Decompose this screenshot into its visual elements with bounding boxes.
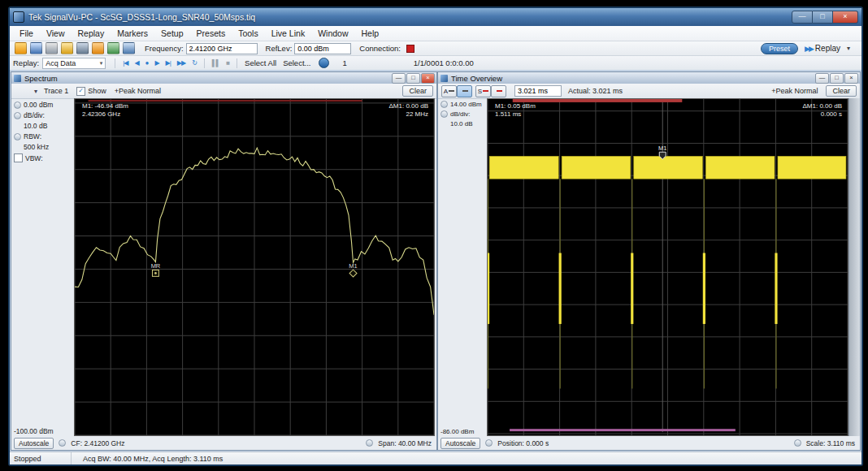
position-indicator-bar[interactable]	[510, 429, 736, 431]
transport-play[interactable]: ▶	[151, 59, 162, 67]
spectrum-time-button[interactable]: S	[475, 85, 491, 97]
transport-record[interactable]: ●	[142, 59, 152, 67]
transport-step-back[interactable]: ◀	[131, 59, 141, 67]
time-ref-level-value[interactable]: 14.00 dBm	[450, 101, 482, 108]
span-spinner[interactable]	[366, 439, 373, 447]
menu-file[interactable]: File	[13, 27, 40, 41]
position-spinner[interactable]	[485, 439, 493, 447]
recall-icon[interactable]	[61, 42, 73, 54]
info-icon[interactable]	[319, 58, 329, 68]
inter-burst-dip-bright	[559, 253, 562, 324]
minimize-icon[interactable]: —	[392, 73, 406, 84]
save-icon[interactable]	[30, 42, 42, 54]
analysis-length-input[interactable]	[514, 85, 562, 97]
analysis-time-bar[interactable]	[513, 99, 683, 102]
menu-tools[interactable]: Tools	[232, 27, 265, 41]
preset-button[interactable]: Preset	[761, 43, 798, 54]
maximize-icon[interactable]: □	[813, 11, 833, 24]
signalvu-window: Tek SignalVu-PC - ScSG_DSSS1-Long_SNR40_…	[8, 6, 863, 466]
close-icon[interactable]: ×	[844, 73, 858, 84]
ref-level-value[interactable]: 0.00 dBm	[24, 101, 53, 109]
select-button[interactable]: Select...	[280, 58, 314, 67]
spectrum-marker-mr[interactable]: MR	[151, 262, 161, 277]
spectrum-plot[interactable]: MRM1 M1: -46.94 dBm 2.42306 GHz ΔM1: 0.0…	[74, 98, 435, 436]
cf-spinner[interactable]	[59, 439, 66, 447]
db-div-value[interactable]: 10.0 dB	[24, 122, 47, 130]
acquire-icon[interactable]	[107, 42, 119, 54]
transport-loop[interactable]: ↻	[189, 59, 200, 67]
rbw-spinner[interactable]	[14, 133, 21, 140]
inter-burst-dip-bright	[775, 253, 777, 324]
minimize-icon[interactable]: —	[792, 11, 813, 24]
spectrum-chart[interactable]: MRM1	[75, 99, 434, 435]
open-file-icon[interactable]	[15, 42, 27, 54]
screenshot-frame: Tek SignalVu-PC - ScSG_DSSS1-Long_SNR40_…	[0, 0, 868, 471]
time-scrollbar[interactable]	[848, 98, 860, 436]
time-db-div-value[interactable]: 10.0 dB	[450, 120, 473, 127]
time-chart[interactable]: M1	[488, 99, 848, 435]
scale-value[interactable]: Scale: 3.110 ms	[806, 439, 855, 447]
show-checkbox[interactable]: ✓	[76, 87, 85, 96]
reflev-input[interactable]	[294, 43, 351, 54]
menu-view[interactable]: View	[40, 27, 72, 41]
minimize-icon[interactable]: —	[815, 73, 829, 84]
transport-stop[interactable]: ■	[223, 59, 232, 67]
spectrum-length-button[interactable]	[491, 85, 506, 97]
transport-fast-forward[interactable]: ▶▶	[174, 59, 189, 67]
time-plot[interactable]: M1 M1: 0.05 dBm 1.511 ms ΔM1: 0.00 dB 0.…	[487, 98, 848, 436]
time-panel-icon	[441, 75, 448, 82]
frequency-input[interactable]	[186, 43, 258, 54]
close-icon[interactable]: ×	[833, 11, 858, 24]
menu-live-link[interactable]: Live Link	[265, 27, 311, 41]
transport-pause[interactable]: ▌▌	[209, 59, 223, 67]
spectrum-autoscale-button[interactable]: Autoscale	[14, 438, 54, 449]
time-clear-button[interactable]: Clear	[826, 85, 857, 97]
time-overview-panel: Time Overview — □ × A	[437, 71, 861, 451]
time-db-div-label: dB/div:	[450, 110, 470, 118]
transport-go-to-end[interactable]: ▶|	[163, 59, 174, 67]
displays-icon[interactable]	[123, 42, 135, 54]
close-icon[interactable]: ×	[421, 73, 435, 84]
menu-replay[interactable]: Replay	[72, 27, 111, 41]
menu-window[interactable]: Window	[311, 27, 354, 41]
trace-selector[interactable]: Trace 1	[44, 87, 68, 95]
spectrum-clear-button[interactable]: Clear	[402, 85, 433, 97]
db-div-spinner[interactable]	[14, 112, 21, 119]
span-value[interactable]: Span: 40.00 MHz	[378, 439, 432, 447]
scale-spinner[interactable]	[794, 439, 801, 447]
select-all-button[interactable]: Select All	[241, 58, 280, 67]
spectrum-title-bar[interactable]: Spectrum — □ ×	[11, 72, 436, 84]
menu-presets[interactable]: Presets	[190, 27, 232, 41]
menu-markers[interactable]: Markers	[111, 27, 154, 41]
time-autoscale-button[interactable]: Autoscale	[441, 438, 480, 449]
vbw-checkbox[interactable]	[14, 153, 23, 162]
maximize-icon[interactable]: □	[406, 73, 420, 84]
settings-icon[interactable]	[76, 42, 89, 54]
center-frequency-value[interactable]: CF: 2.41200 GHz	[71, 439, 124, 447]
replay-menu-arrow-icon[interactable]: ▾	[847, 45, 850, 52]
ref-level-spinner[interactable]	[14, 102, 21, 109]
transport-go-to-start[interactable]: |◀	[119, 59, 131, 67]
position-value[interactable]: Position: 0.000 s	[497, 439, 549, 447]
title-bar[interactable]: Tek SignalVu-PC - ScSG_DSSS1-Long_SNR40_…	[10, 8, 861, 26]
rbw-value[interactable]: 500 kHz	[24, 143, 49, 151]
time-title-bar[interactable]: Time Overview — □ ×	[438, 72, 860, 84]
analysis-length-button[interactable]	[457, 85, 472, 97]
signal-burst	[562, 156, 631, 179]
replay-launch-button[interactable]: ▶▶ Replay ▾	[805, 44, 850, 53]
replay-source-select[interactable]: Acq Data ▾	[42, 58, 106, 69]
time-ref-level-spinner[interactable]	[441, 101, 448, 108]
main-toolbar: Frequency: RefLev: Connection: Preset ▶▶…	[10, 41, 861, 56]
connection-status-icon	[406, 45, 414, 53]
replay-label: Replay:	[13, 58, 39, 67]
analysis-time-button[interactable]: A	[441, 85, 457, 97]
maximize-icon[interactable]: □	[830, 73, 844, 84]
favorites-icon[interactable]	[92, 42, 104, 54]
spectrum-panel-icon	[14, 75, 21, 82]
rbw-label: RBW:	[24, 132, 41, 140]
menu-help[interactable]: Help	[355, 27, 386, 41]
chevron-down-icon[interactable]: ▾	[34, 88, 37, 95]
print-icon[interactable]	[46, 42, 58, 54]
menu-setup[interactable]: Setup	[154, 27, 189, 41]
time-db-div-spinner[interactable]	[441, 110, 448, 118]
